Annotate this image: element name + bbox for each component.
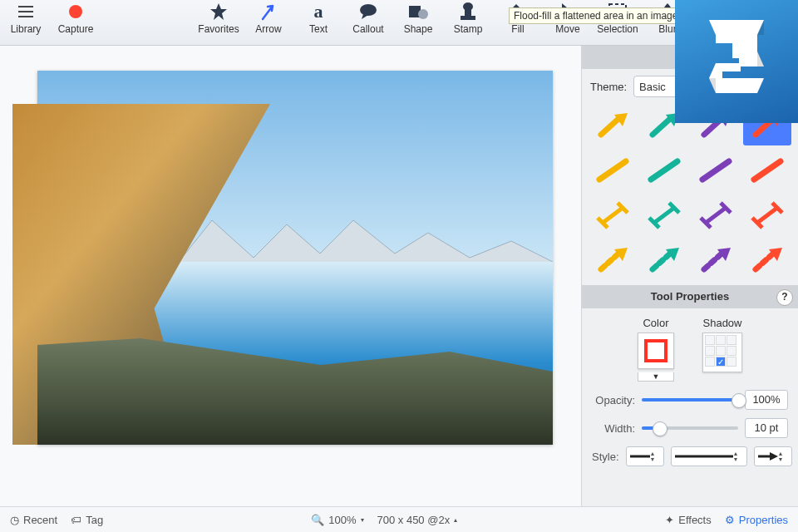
- canvas-area[interactable]: [0, 46, 581, 506]
- svg-marker-48: [709, 20, 764, 35]
- width-slider[interactable]: [642, 426, 738, 430]
- effects-tab[interactable]: ✦Effects: [665, 514, 712, 526]
- clock-icon: ◷: [10, 514, 19, 526]
- arrow-tool[interactable]: Arrow: [249, 2, 288, 35]
- quick-style-0-0[interactable]: [589, 104, 637, 145]
- menu-icon: [17, 2, 34, 22]
- shape-icon: [408, 2, 428, 22]
- dimensions-readout[interactable]: 700 x 450 @2x ▴: [377, 514, 458, 526]
- quick-styles-grid: [582, 104, 798, 285]
- svg-line-20: [599, 161, 626, 180]
- status-bar: ◷Recent 🏷Tag 🔍100% ▾ 700 x 450 @2x ▴ ✦Ef…: [0, 506, 798, 532]
- opacity-label: Opacity:: [592, 394, 635, 406]
- chevron-down-icon: ▾: [361, 516, 364, 524]
- chevron-up-icon: ▴: [454, 516, 457, 524]
- svg-line-36: [601, 254, 618, 269]
- svg-marker-3: [362, 14, 368, 19]
- svg-marker-55: [709, 78, 716, 93]
- zoom-control[interactable]: 🔍100% ▾: [311, 514, 363, 526]
- stamp-tool[interactable]: Stamp: [449, 2, 487, 35]
- properties-tab[interactable]: ⚙Properties: [725, 514, 788, 526]
- tool-properties-header: Tool Properties ?: [582, 285, 798, 308]
- quick-style-1-1[interactable]: [640, 149, 688, 190]
- line-body-style[interactable]: ▲▼: [671, 446, 747, 466]
- svg-marker-52: [709, 63, 741, 78]
- svg-line-42: [756, 254, 772, 269]
- svg-marker-1: [210, 3, 227, 20]
- width-label: Width:: [592, 422, 635, 435]
- theme-label: Theme:: [590, 81, 627, 93]
- quick-style-1-3[interactable]: [743, 149, 791, 190]
- svg-line-30: [706, 208, 726, 223]
- library-button[interactable]: Library: [7, 2, 45, 35]
- canvas-image[interactable]: [37, 71, 553, 445]
- text-tool[interactable]: aText: [299, 2, 337, 35]
- help-icon[interactable]: ?: [776, 289, 793, 306]
- svg-marker-49: [716, 35, 757, 52]
- fill-tooltip: Flood-fill a flattened area in an image: [509, 7, 682, 24]
- svg-point-0: [69, 5, 82, 18]
- svg-line-12: [601, 118, 619, 135]
- svg-line-22: [702, 161, 729, 180]
- callout-tool[interactable]: Callout: [349, 2, 387, 35]
- callout-icon: [358, 2, 378, 22]
- quick-style-1-0[interactable]: [589, 149, 637, 190]
- svg-line-40: [704, 254, 721, 269]
- recent-button[interactable]: ◷Recent: [10, 514, 57, 526]
- line-end-style[interactable]: ▲▼: [754, 446, 792, 466]
- color-swatch[interactable]: [638, 332, 674, 369]
- svg-line-33: [757, 208, 777, 223]
- stamp-icon: [460, 2, 476, 22]
- tag-icon: 🏷: [71, 514, 81, 526]
- opacity-value[interactable]: 100%: [745, 390, 788, 410]
- quick-style-2-0[interactable]: [589, 194, 637, 235]
- app-logo: [675, 0, 798, 123]
- quick-style-3-3[interactable]: [743, 239, 791, 280]
- svg-rect-6: [461, 16, 475, 20]
- quick-style-2-2[interactable]: [692, 194, 740, 235]
- quick-style-3-0[interactable]: [589, 239, 637, 280]
- shadow-picker[interactable]: ✓: [702, 332, 742, 372]
- wand-icon: ✦: [665, 514, 674, 526]
- text-icon: a: [314, 2, 323, 22]
- svg-line-27: [654, 208, 674, 223]
- capture-label: Capture: [58, 23, 94, 35]
- gear-icon: ⚙: [725, 514, 735, 526]
- svg-point-5: [418, 9, 428, 19]
- svg-line-14: [653, 118, 671, 135]
- library-label: Library: [11, 23, 42, 35]
- svg-marker-47: [770, 452, 778, 461]
- quick-style-1-2[interactable]: [692, 149, 740, 190]
- svg-marker-54: [757, 52, 764, 66]
- style-label: Style:: [592, 451, 619, 463]
- svg-point-2: [360, 4, 377, 16]
- magnifier-icon: 🔍: [311, 514, 324, 526]
- svg-line-38: [653, 254, 669, 269]
- svg-point-8: [463, 2, 473, 11]
- svg-marker-51: [709, 78, 764, 93]
- quick-style-3-2[interactable]: [692, 239, 740, 280]
- star-icon: [209, 2, 228, 22]
- arrow-icon: [259, 2, 278, 22]
- opacity-slider[interactable]: [642, 398, 738, 401]
- capture-button[interactable]: Capture: [57, 2, 95, 35]
- record-icon: [67, 2, 84, 22]
- width-value[interactable]: 10 pt: [745, 418, 788, 438]
- svg-line-21: [651, 161, 677, 180]
- shadow-label: Shadow: [703, 317, 742, 329]
- shape-tool[interactable]: Shape: [399, 2, 437, 35]
- quick-style-2-3[interactable]: [743, 194, 791, 235]
- tag-button[interactable]: 🏷Tag: [71, 514, 103, 526]
- svg-line-24: [603, 208, 623, 223]
- color-dropdown[interactable]: ▼: [638, 372, 674, 382]
- svg-line-23: [754, 161, 781, 180]
- quick-style-3-1[interactable]: [640, 239, 688, 280]
- line-start-style[interactable]: ▲▼: [626, 446, 664, 466]
- favorites-tool[interactable]: Favorites: [200, 2, 238, 35]
- quick-style-2-1[interactable]: [640, 194, 688, 235]
- color-label: Color: [643, 317, 668, 329]
